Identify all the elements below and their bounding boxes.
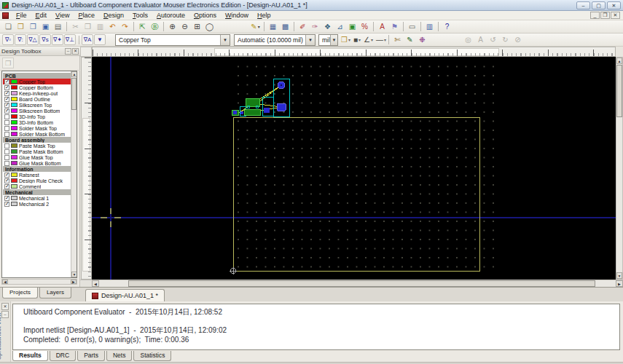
zoom-out-icon[interactable]: ⊖ bbox=[179, 21, 191, 33]
canvas-vscrollbar[interactable]: ▲ ▼ bbox=[616, 57, 623, 280]
filter-select-smd-icon[interactable]: ∇✦ bbox=[52, 34, 63, 45]
child-minimize-button[interactable]: _ bbox=[590, 12, 600, 19]
layers-list-hscrollbar[interactable]: ◀ ▶ bbox=[1, 279, 77, 285]
layer-visibility-checkbox[interactable] bbox=[4, 97, 9, 102]
layer-keep-in-keep-out[interactable]: Keep-in/keep-out bbox=[3, 90, 71, 96]
save-icon[interactable]: ▣ bbox=[39, 21, 52, 33]
results-log[interactable]: Ultiboard Component Evaluator - 2015年10月… bbox=[12, 304, 620, 350]
layer-mechanical-1[interactable]: Mechanical 1 bbox=[3, 195, 71, 201]
fill-style-icon[interactable]: ■ ▾ bbox=[353, 36, 361, 44]
pcb-drawing[interactable] bbox=[92, 57, 616, 280]
spreadsheet-close-button[interactable]: ✕ bbox=[1, 303, 9, 310]
open-samples-icon[interactable]: ❒ bbox=[27, 21, 39, 33]
3d-view-icon[interactable]: ❖ bbox=[321, 21, 334, 33]
pad-square[interactable] bbox=[233, 111, 237, 114]
bar-chart-icon[interactable]: ▥ bbox=[423, 21, 436, 33]
layer-visibility-checkbox[interactable] bbox=[4, 161, 9, 166]
panel-close-button[interactable]: ✕ bbox=[72, 48, 79, 55]
layer-visibility-checkbox[interactable] bbox=[4, 173, 9, 178]
layer-solder-mask-bottom[interactable]: Solder Mask Bottom bbox=[3, 131, 71, 137]
group-pcb[interactable]: PCB bbox=[3, 73, 71, 79]
maximize-button[interactable]: ▢ bbox=[592, 1, 606, 9]
child-restore-button[interactable]: ❐ bbox=[600, 12, 610, 19]
pcb-canvas[interactable] bbox=[92, 57, 616, 280]
layer-visibility-checkbox[interactable] bbox=[4, 202, 9, 207]
minimize-button[interactable]: – bbox=[576, 1, 590, 9]
layer-visibility-checkbox[interactable] bbox=[4, 103, 9, 108]
layer-silkscreen-top[interactable]: Silkscreen Top bbox=[3, 102, 71, 108]
menu-view[interactable]: View bbox=[51, 12, 74, 19]
scroll-down-icon[interactable]: ▼ bbox=[616, 272, 622, 279]
layer-visibility-checkbox[interactable] bbox=[4, 149, 9, 154]
filter-select-copper-icon[interactable]: ∇⊥ bbox=[64, 34, 76, 45]
layer-3d-info-bottom[interactable]: 3D-Info Bottom bbox=[3, 119, 71, 125]
pad-square[interactable] bbox=[277, 103, 286, 111]
menu-options[interactable]: Options bbox=[189, 12, 221, 19]
menu-tools[interactable]: Tools bbox=[128, 12, 152, 19]
help-icon[interactable]: ? bbox=[441, 21, 453, 33]
lock-icon[interactable]: ⊘ bbox=[512, 34, 524, 46]
layer-visibility-checkbox[interactable] bbox=[4, 108, 9, 114]
chevron-down-icon[interactable]: ▾ bbox=[358, 37, 361, 42]
menu-design[interactable]: Design bbox=[99, 12, 128, 19]
pad-square[interactable] bbox=[240, 111, 243, 114]
component-wizard-icon[interactable]: ✑ bbox=[309, 21, 321, 33]
tab-nets[interactable]: Nets bbox=[106, 351, 132, 361]
layer-silkscreen-bottom[interactable]: Silkscreen Bottom bbox=[3, 108, 71, 114]
scrollbar-thumb[interactable] bbox=[616, 65, 622, 117]
component-body[interactable] bbox=[246, 98, 259, 106]
layer-glue-mask-bottom[interactable]: Glue Mask Bottom bbox=[3, 160, 71, 166]
text-align-icon[interactable]: A bbox=[474, 34, 487, 46]
scroll-right-icon[interactable]: ▶ bbox=[71, 280, 77, 284]
layer-visibility-checkbox[interactable] bbox=[4, 196, 9, 201]
layer-visibility-checkbox[interactable] bbox=[4, 114, 9, 119]
tab-results[interactable]: Results bbox=[12, 351, 48, 361]
menu-window[interactable]: Window bbox=[221, 12, 253, 19]
layer-visibility-checkbox[interactable] bbox=[4, 178, 9, 183]
layer-glue-mask-top[interactable]: Glue Mask Top bbox=[3, 154, 71, 160]
line-style-icon[interactable]: ∠ ▾ bbox=[364, 36, 373, 44]
pad-square[interactable] bbox=[264, 108, 270, 113]
layer-visibility-checkbox[interactable] bbox=[4, 91, 9, 96]
text-tool-icon[interactable]: A bbox=[376, 21, 388, 33]
draw-tool-icon[interactable]: ✎ bbox=[249, 21, 262, 33]
chevron-down-icon[interactable]: ▼ bbox=[220, 35, 230, 45]
print-icon[interactable]: ▤ bbox=[52, 21, 64, 33]
layer-board-outline[interactable]: Board Outline bbox=[3, 96, 71, 102]
database-manager-icon[interactable]: ▩ bbox=[279, 21, 291, 33]
tab-projects[interactable]: Projects bbox=[2, 288, 38, 298]
tab-layers[interactable]: Layers bbox=[39, 288, 71, 298]
sheet-select-icon[interactable]: ❒ ▾ bbox=[341, 36, 350, 44]
scrollbar-thumb[interactable] bbox=[71, 78, 77, 110]
tab-statistics[interactable]: Statistics bbox=[133, 351, 171, 361]
layer-3d-info-top[interactable]: 3D-Info Top bbox=[3, 114, 71, 119]
document-tab[interactable]: Design-AU.A01_1 * bbox=[85, 289, 165, 301]
scroll-right-icon[interactable]: ▶ bbox=[616, 280, 623, 287]
units-select[interactable]: mil ▼ bbox=[318, 34, 338, 46]
layer-copper-top[interactable]: Copper Top bbox=[3, 79, 71, 84]
layer-ratsnest[interactable]: Ratsnest bbox=[3, 172, 71, 178]
scrollbar-thumb[interactable] bbox=[128, 280, 595, 287]
paste-icon[interactable]: ▥ bbox=[94, 21, 106, 33]
spreadsheet-view-icon[interactable]: ▦ bbox=[267, 21, 279, 33]
layer-visibility-checkbox[interactable] bbox=[4, 120, 9, 125]
net-density-icon[interactable]: % bbox=[358, 21, 371, 33]
layer-paste-mask-top[interactable]: Paste Mask Top bbox=[3, 143, 71, 149]
rectangle-tool-icon[interactable]: ▭ bbox=[406, 21, 418, 33]
group-board-assembly[interactable]: Board assembly bbox=[3, 137, 71, 143]
layer-visibility-checkbox[interactable] bbox=[4, 155, 9, 160]
layer-copper-bottom[interactable]: Copper Bottom bbox=[3, 84, 71, 90]
chevron-down-icon[interactable]: ▼ bbox=[330, 35, 337, 45]
group-information[interactable]: Information bbox=[3, 166, 71, 172]
delete-layer-icon[interactable]: ❒ bbox=[2, 58, 14, 68]
group-mechanical[interactable]: Mechanical bbox=[3, 189, 71, 195]
scroll-left-icon[interactable]: ◀ bbox=[2, 280, 8, 284]
scroll-down-icon[interactable]: ▼ bbox=[71, 272, 77, 277]
layer-visibility-checkbox[interactable] bbox=[4, 79, 9, 84]
filter-select-pads-icon[interactable]: ∇s bbox=[39, 34, 51, 45]
zoom-in-icon[interactable]: ⊕ bbox=[166, 21, 179, 33]
follow-me-router-icon[interactable]: ✄ bbox=[391, 34, 404, 46]
filter-select-parts-icon[interactable]: ∇▫ bbox=[2, 34, 14, 45]
component-body[interactable] bbox=[244, 109, 260, 115]
board-wizard-icon[interactable]: Ⓑ bbox=[149, 21, 161, 33]
